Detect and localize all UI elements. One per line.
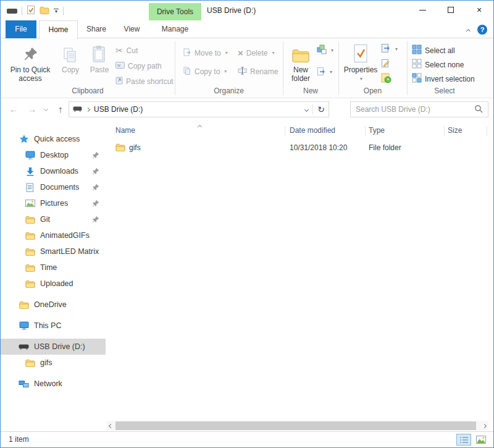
tab-view[interactable]: View: [115, 20, 149, 38]
tab-share[interactable]: Share: [78, 20, 115, 38]
sidebar-item-documents[interactable]: Documents: [1, 179, 106, 195]
copy-to-icon: [183, 67, 191, 77]
refresh-icon[interactable]: ↻: [317, 104, 325, 114]
file-type: File folder: [369, 143, 401, 152]
paste-shortcut-button[interactable]: Paste shortcut: [115, 75, 174, 88]
ribbon: Pin to Quick access Copy Paste ✂ Cut w C…: [1, 38, 493, 98]
file-row-gifs[interactable]: gifs10/31/2018 10:20File folder: [106, 140, 492, 156]
status-bar: 1 item: [1, 431, 493, 447]
sidebar-item-time[interactable]: Time: [1, 260, 106, 276]
properties-check-icon[interactable]: [27, 5, 35, 17]
breadcrumb-chevron-icon[interactable]: [86, 107, 90, 111]
invert-selection-icon: [412, 73, 422, 85]
sidebar-item-quick-access[interactable]: Quick access: [1, 131, 106, 147]
sidebar-item-downloads[interactable]: Downloads: [1, 163, 106, 179]
pin-icon: [92, 216, 99, 225]
collapse-ribbon-icon[interactable]: [466, 28, 471, 33]
sidebar-item-uploaded[interactable]: Uploaded: [1, 276, 106, 292]
window-controls: ×: [408, 1, 493, 19]
sidebar-item-desktop[interactable]: Desktop: [1, 147, 106, 163]
sidebar-item-smartled-matrix[interactable]: SmartLED Matrix: [1, 243, 106, 260]
tab-file[interactable]: File: [6, 20, 36, 38]
back-icon[interactable]: ←: [7, 102, 20, 116]
delete-button[interactable]: × Delete▾: [238, 46, 274, 59]
search-box: [350, 101, 488, 117]
scrollbar-thumb[interactable]: [115, 421, 476, 430]
drive-icon-small: [73, 105, 82, 114]
copy-button[interactable]: Copy: [56, 41, 85, 93]
monitor-icon: [25, 151, 35, 159]
scissors-icon: ✂: [115, 45, 124, 56]
divider: [22, 7, 22, 15]
up-icon[interactable]: ↑: [54, 102, 67, 116]
sidebar-item-animatedgifs[interactable]: AnimatedGIFs: [1, 227, 106, 243]
details-view-button[interactable]: [456, 434, 471, 446]
scroll-left-icon[interactable]: [107, 421, 115, 431]
paste-button[interactable]: Paste: [85, 41, 114, 93]
sidebar-item-usb-drive-d[interactable]: USB Drive (D:): [1, 339, 106, 355]
sidebar-item-label: USB Drive (D:): [34, 342, 85, 351]
minimize-button[interactable]: [408, 1, 437, 19]
folder-icon: [25, 232, 35, 240]
rename-button[interactable]: Rename: [238, 65, 278, 78]
customize-toolbar-icon[interactable]: ▾: [54, 9, 59, 13]
column-divider[interactable]: [487, 126, 487, 136]
maximize-button[interactable]: [437, 1, 465, 19]
move-to-button[interactable]: Move to▾: [183, 46, 228, 59]
copy-to-button[interactable]: Copy to▾: [183, 65, 227, 78]
horizontal-scrollbar[interactable]: [107, 421, 488, 431]
open-button[interactable]: ▾: [381, 43, 398, 56]
recent-locations-icon[interactable]: [41, 102, 50, 116]
sidebar-item-label: Downloads: [40, 167, 78, 175]
copy-path-button[interactable]: w Copy path: [115, 59, 162, 72]
select-none-icon: [412, 59, 422, 70]
properties-icon: [353, 41, 369, 64]
column-header-size[interactable]: Size: [448, 126, 462, 135]
explorer-window: ▾ Drive Tools USB Drive (D:) × File Home…: [0, 0, 494, 448]
invert-selection-button[interactable]: Invert selection: [412, 72, 475, 85]
address-bar[interactable]: USB Drive (D:) ↻: [69, 101, 329, 117]
new-folder-button[interactable]: New folder: [285, 41, 316, 93]
large-icons-view-button[interactable]: [474, 434, 488, 446]
help-icon[interactable]: ?: [477, 25, 487, 35]
select-none-button[interactable]: Select none: [412, 58, 464, 71]
close-button[interactable]: ×: [465, 1, 493, 19]
properties-button[interactable]: Properties ▾: [341, 41, 380, 93]
column-header-type[interactable]: Type: [369, 126, 385, 135]
tab-home[interactable]: Home: [39, 20, 78, 39]
column-divider[interactable]: [285, 126, 285, 136]
column-header-row: Name Date modified Type Size: [106, 124, 492, 138]
search-input[interactable]: [356, 105, 474, 114]
new-folder-qat-icon[interactable]: [40, 6, 49, 16]
tab-manage[interactable]: Manage: [149, 20, 201, 38]
ribbon-right-controls: ?: [467, 25, 487, 35]
history-button[interactable]: [381, 72, 391, 85]
cut-button[interactable]: ✂ Cut: [115, 44, 138, 57]
view-switcher: [456, 434, 488, 446]
sidebar-item-git[interactable]: Git: [1, 211, 106, 227]
column-header-name[interactable]: Name: [115, 126, 135, 135]
delete-x-icon: ×: [238, 49, 243, 57]
sidebar-item-gifs[interactable]: gifs: [1, 355, 106, 371]
easy-access-button[interactable]: ▾: [317, 66, 332, 78]
sidebar-item-this-pc[interactable]: This PC: [1, 318, 106, 334]
breadcrumb-path[interactable]: USB Drive (D:): [94, 105, 301, 114]
network-icon: [19, 380, 29, 388]
column-header-date-modified[interactable]: Date modified: [290, 126, 335, 135]
new-item-button[interactable]: ▾: [317, 44, 333, 57]
sidebar-item-label: Pictures: [40, 199, 68, 208]
scroll-right-icon[interactable]: [480, 421, 488, 431]
sidebar-item-pictures[interactable]: Pictures: [1, 195, 106, 211]
select-all-button[interactable]: Select all: [412, 44, 455, 57]
sidebar-item-onedrive[interactable]: OneDrive: [1, 297, 106, 313]
column-divider[interactable]: [444, 126, 445, 136]
edit-button[interactable]: [381, 57, 390, 70]
sort-ascending-icon[interactable]: [198, 122, 201, 130]
sidebar-item-network[interactable]: Network: [1, 376, 106, 392]
folder-icon: [25, 280, 35, 288]
forward-icon[interactable]: →: [25, 102, 39, 116]
search-icon[interactable]: [474, 104, 483, 115]
address-dropdown-icon[interactable]: [304, 107, 309, 111]
pin-to-quick-access-button[interactable]: Pin to Quick access: [6, 41, 55, 93]
column-divider[interactable]: [365, 126, 366, 136]
